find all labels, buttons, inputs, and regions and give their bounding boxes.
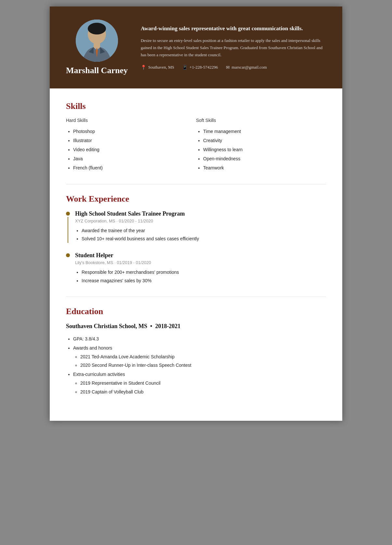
header-section: Marshall Carney Award-winning sales repr… xyxy=(50,7,342,88)
awards-label: Awards and honors xyxy=(73,345,112,351)
list-item: Solved 10+ real-world business and sales… xyxy=(82,235,326,243)
candidate-name: Marshall Carney xyxy=(66,66,128,75)
timeline-2 xyxy=(66,252,70,285)
hard-skills-label: Hard Skills xyxy=(66,118,196,123)
timeline-dot xyxy=(66,212,70,216)
job-dates-2: 01/2019 - 01/2020 xyxy=(117,260,151,265)
school-years: 2018-2021 xyxy=(155,323,180,329)
tagline: Award-winning sales representative with … xyxy=(141,25,326,33)
body-section: Skills Hard Skills Photoshop Illustrator… xyxy=(50,88,342,421)
list-item: 2021 Ted-Amanda Love Academic Scholarshi… xyxy=(80,352,326,361)
list-item: Time management xyxy=(203,127,326,136)
list-item: Video editing xyxy=(73,145,196,154)
activities-item: Extra-curriculum activities 2019 Represe… xyxy=(73,370,326,396)
list-item: 2019 Captain of Volleyball Club xyxy=(80,388,326,396)
location-text: Southaven, MS xyxy=(148,65,174,70)
list-item: 2020 Second Runner-Up in Inter-class Spe… xyxy=(80,361,326,370)
work-experience-title: Work Experience xyxy=(66,194,326,204)
phone-icon: 📱 xyxy=(182,65,188,70)
hard-skills-col: Hard Skills Photoshop Illustrator Video … xyxy=(66,118,196,172)
awards-item: Awards and honors 2021 Ted-Amanda Love A… xyxy=(73,343,326,370)
phone-text: +1-228-5742296 xyxy=(189,65,218,70)
list-item: Open-mindedness xyxy=(203,154,326,163)
work-content-1: High School Student Sales Trainee Progra… xyxy=(75,210,326,243)
soft-skills-list: Time management Creativity Willingness t… xyxy=(196,127,326,172)
soft-skills-col: Soft Skills Time management Creativity W… xyxy=(196,118,326,172)
education-section: Education Southaven Christian School, MS… xyxy=(66,307,326,396)
school-name: Southaven Christian School, MS • 2018-20… xyxy=(66,323,326,330)
location-icon: 📍 xyxy=(141,65,146,70)
gpa-item: GPA: 3.8/4.3 xyxy=(73,334,326,343)
timeline-dot xyxy=(66,253,70,257)
avatar-section: Marshall Carney xyxy=(66,20,128,75)
job-company-2: Lily's Bookstore, MS xyxy=(75,260,113,265)
contact-email: ✉ marscar@gmail.com xyxy=(226,65,267,70)
job-title-2: Student Helper xyxy=(75,252,326,259)
email-text: marscar@gmail.com xyxy=(232,65,267,70)
skills-grid: Hard Skills Photoshop Illustrator Video … xyxy=(66,118,326,172)
job-meta-1: XYZ Corporation, MS · 01/2020 - 11/2020 xyxy=(75,219,326,223)
job-bullets-1: Awarded the trainee of the year Solved 1… xyxy=(75,227,326,243)
skills-title: Skills xyxy=(66,101,326,111)
work-experience-section: Work Experience High School Student Sale… xyxy=(66,194,326,285)
awards-sublist: 2021 Ted-Amanda Love Academic Scholarshi… xyxy=(73,352,326,370)
school-text: Southaven Christian School, MS xyxy=(66,323,147,329)
divider xyxy=(66,184,326,184)
list-item: Willingness to learn xyxy=(203,145,326,154)
job-company-1: XYZ Corporation, MS xyxy=(75,219,115,223)
list-item: Responsible for 200+ merchandises' promo… xyxy=(82,268,326,276)
hard-skills-list: Photoshop Illustrator Video editing Java… xyxy=(66,127,196,172)
list-item: Java xyxy=(73,154,196,163)
soft-skills-label: Soft Skills xyxy=(196,118,326,123)
list-item: Creativity xyxy=(203,136,326,145)
list-item: Illustrator xyxy=(73,136,196,145)
header-right: Award-winning sales representative with … xyxy=(141,25,326,70)
email-icon: ✉ xyxy=(226,65,230,70)
list-item: Increase magazines' sales by 30% xyxy=(82,277,326,285)
school-separator: • xyxy=(149,323,155,329)
resume-container: Marshall Carney Award-winning sales repr… xyxy=(50,7,342,421)
list-item: Teamwork xyxy=(203,163,326,172)
timeline-1 xyxy=(66,210,70,243)
divider xyxy=(66,297,326,297)
job-bullets-2: Responsible for 200+ merchandises' promo… xyxy=(75,268,326,285)
svg-point-2 xyxy=(88,23,106,34)
education-title: Education xyxy=(66,307,326,316)
job-dates-1: 01/2020 - 11/2020 xyxy=(119,219,153,223)
skills-section: Skills Hard Skills Photoshop Illustrator… xyxy=(66,101,326,172)
work-item-1: High School Student Sales Trainee Progra… xyxy=(66,210,326,243)
activities-label: Extra-curriculum activities xyxy=(73,372,125,377)
job-meta-2: Lily's Bookstore, MS · 01/2019 - 01/2020 xyxy=(75,260,326,265)
summary: Desire to secure an entry-level sales po… xyxy=(141,37,326,59)
contact-phone: 📱 +1-228-5742296 xyxy=(182,65,218,70)
activities-sublist: 2019 Representative in Student Council 2… xyxy=(73,379,326,396)
list-item: Photoshop xyxy=(73,127,196,136)
education-list: GPA: 3.8/4.3 Awards and honors 2021 Ted-… xyxy=(66,334,326,396)
avatar xyxy=(76,20,118,62)
timeline-line xyxy=(68,217,68,243)
work-content-2: Student Helper Lily's Bookstore, MS · 01… xyxy=(75,252,326,285)
work-item-2: Student Helper Lily's Bookstore, MS · 01… xyxy=(66,252,326,285)
list-item: French (fluent) xyxy=(73,163,196,172)
contact-row: 📍 Southaven, MS 📱 +1-228-5742296 ✉ marsc… xyxy=(141,65,326,70)
list-item: Awarded the trainee of the year xyxy=(82,227,326,235)
job-title-1: High School Student Sales Trainee Progra… xyxy=(75,210,326,217)
contact-location: 📍 Southaven, MS xyxy=(141,65,174,70)
list-item: 2019 Representative in Student Council xyxy=(80,379,326,388)
